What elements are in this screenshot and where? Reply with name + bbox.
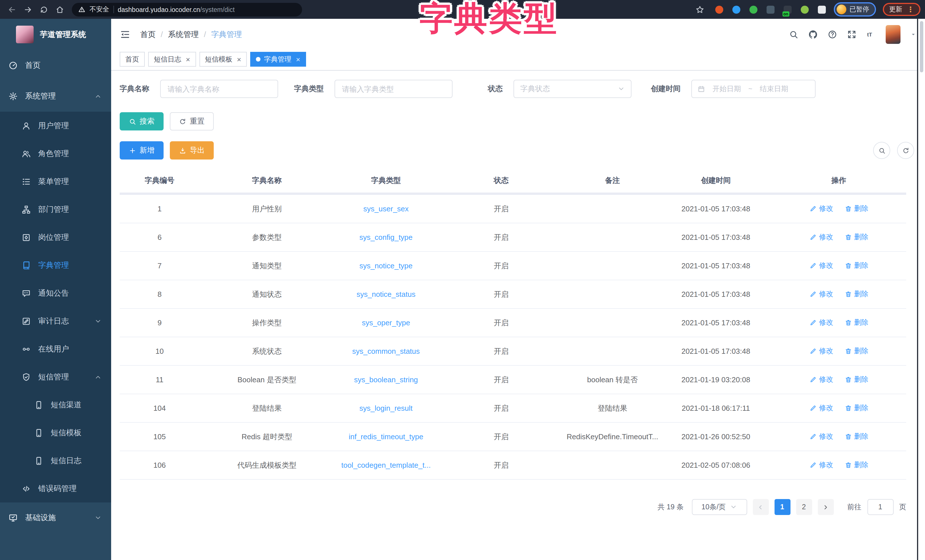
close-tab-icon[interactable]: ×: [296, 55, 300, 63]
puzzle-icon[interactable]: [818, 5, 826, 14]
edit-link[interactable]: 修改: [809, 204, 833, 213]
address-bar[interactable]: 不安全 dashboard.yudao.iocoder.cn/system/di…: [72, 3, 302, 16]
edit-link[interactable]: 修改: [809, 318, 833, 327]
page-tab[interactable]: 字典管理 ×: [250, 52, 306, 67]
end-date-input[interactable]: [756, 85, 792, 93]
next-page-button[interactable]: [818, 499, 833, 515]
edit-link[interactable]: 修改: [809, 289, 833, 299]
chrome-update-area[interactable]: 更新 ⋮: [883, 3, 920, 16]
breadcrumb-item[interactable]: 首页: [140, 29, 155, 39]
edit-link[interactable]: 修改: [809, 403, 833, 413]
page-number-button[interactable]: 1: [774, 499, 790, 515]
page-number-button[interactable]: 2: [796, 499, 812, 515]
sidebar-item[interactable]: 字典管理: [0, 251, 111, 279]
help-icon[interactable]: [827, 30, 837, 39]
breadcrumb-item[interactable]: /: [204, 30, 206, 39]
paused-extension-chip[interactable]: 已暂停: [833, 2, 876, 17]
delete-link[interactable]: 删除: [844, 204, 868, 213]
edit-link[interactable]: 修改: [809, 432, 833, 441]
delete-link[interactable]: 删除: [844, 432, 868, 441]
search-icon[interactable]: [789, 30, 798, 39]
user-avatar[interactable]: [886, 25, 901, 44]
dict-type-link[interactable]: sys_notice_status: [334, 280, 438, 309]
add-button[interactable]: 新增: [120, 141, 164, 160]
edit-link[interactable]: 修改: [809, 346, 833, 356]
dict-type-link[interactable]: sys_user_sex: [334, 194, 438, 223]
sidebar-item[interactable]: 短信管理: [0, 363, 111, 391]
breadcrumb-item[interactable]: 字典管理: [211, 29, 242, 39]
export-button[interactable]: 导出: [170, 141, 214, 160]
page-tab[interactable]: 首页: [120, 52, 145, 67]
hamburger-icon[interactable]: [120, 29, 131, 40]
dict-type-link[interactable]: sys_login_result: [334, 394, 438, 422]
reload-icon[interactable]: [36, 2, 51, 17]
dict-type-link[interactable]: sys_config_type: [334, 223, 438, 251]
gray-ext-icon[interactable]: [766, 5, 774, 14]
kebab-menu-icon[interactable]: ⋮: [907, 6, 914, 13]
close-tab-icon[interactable]: ×: [237, 55, 241, 63]
dict-name-input[interactable]: [160, 80, 278, 98]
sidebar-item[interactable]: 基础设施: [0, 503, 111, 533]
sidebar-item[interactable]: 用户管理: [0, 111, 111, 140]
close-tab-icon[interactable]: ×: [186, 55, 190, 63]
start-date-input[interactable]: [708, 85, 745, 93]
breadcrumb-item[interactable]: 系统管理: [168, 29, 199, 39]
sidebar-item[interactable]: 通知公告: [0, 279, 111, 307]
page-tab[interactable]: 短信日志 ×: [148, 52, 196, 67]
github-icon[interactable]: [808, 30, 818, 39]
delete-link[interactable]: 删除: [844, 375, 868, 384]
back-icon[interactable]: [5, 2, 20, 17]
bookmark-star-icon[interactable]: [692, 2, 707, 17]
sidebar-item[interactable]: 短信日志: [0, 447, 111, 474]
goto-page-input[interactable]: [867, 499, 893, 515]
edit-link[interactable]: 修改: [809, 260, 833, 270]
reset-button[interactable]: 重置: [170, 112, 214, 131]
edit-link[interactable]: 修改: [809, 375, 833, 384]
sidebar-logo-row[interactable]: 芋道管理系统: [0, 19, 111, 50]
prev-page-button[interactable]: [753, 499, 768, 515]
sidebar-item[interactable]: 岗位管理: [0, 223, 111, 251]
sidebar-item[interactable]: 系统管理: [0, 81, 111, 111]
dict-type-link[interactable]: inf_redis_timeout_type: [334, 422, 438, 451]
scrollbar-thumb[interactable]: [920, 21, 923, 72]
dict-type-link[interactable]: sys_common_status: [334, 337, 438, 366]
sidebar-item[interactable]: 在线用户: [0, 335, 111, 363]
delete-link[interactable]: 删除: [844, 318, 868, 327]
sidebar-item[interactable]: 部门管理: [0, 196, 111, 223]
delete-link[interactable]: 删除: [844, 346, 868, 356]
dict-type-link[interactable]: sys_oper_type: [334, 309, 438, 337]
green-bot-icon[interactable]: [800, 5, 809, 14]
update-button[interactable]: 更新: [889, 5, 902, 14]
sidebar-item[interactable]: 审计日志: [0, 307, 111, 335]
caret-down-icon[interactable]: [910, 31, 916, 38]
create-time-range-picker[interactable]: ~: [691, 80, 816, 98]
sidebar-item[interactable]: 短信模板: [0, 419, 111, 447]
dict-type-link[interactable]: tool_codegen_template_t...: [334, 451, 438, 479]
dict-type-link[interactable]: sys_boolean_string: [334, 366, 438, 394]
home-icon[interactable]: [53, 2, 67, 17]
sidebar-item[interactable]: 错误码管理: [0, 474, 111, 503]
sidebar-item[interactable]: 首页: [0, 50, 111, 81]
search-button[interactable]: 搜索: [120, 112, 164, 131]
delete-link[interactable]: 删除: [844, 232, 868, 242]
page-size-select[interactable]: 10条/页: [691, 499, 747, 515]
dict-status-select[interactable]: 字典状态: [514, 80, 631, 98]
page-tab[interactable]: 短信模板 ×: [199, 52, 247, 67]
sidebar-item[interactable]: 菜单管理: [0, 167, 111, 196]
sidebar-item[interactable]: 短信渠道: [0, 391, 111, 419]
delete-link[interactable]: 删除: [844, 289, 868, 299]
delete-link[interactable]: 删除: [844, 403, 868, 413]
breadcrumb-item[interactable]: /: [161, 30, 163, 39]
sidebar-item[interactable]: 角色管理: [0, 140, 111, 167]
green-circle-icon[interactable]: [749, 5, 757, 14]
edit-link[interactable]: 修改: [809, 460, 833, 470]
delete-link[interactable]: 删除: [844, 460, 868, 470]
blue-gem-icon[interactable]: [732, 5, 740, 14]
font-size-icon[interactable]: [866, 30, 876, 39]
edit-link[interactable]: 修改: [809, 232, 833, 242]
dict-type-link[interactable]: sys_notice_type: [334, 251, 438, 280]
forward-icon[interactable]: [21, 2, 35, 17]
fullscreen-icon[interactable]: [847, 30, 857, 39]
refresh-table-button[interactable]: [897, 142, 914, 159]
to-search-button[interactable]: [873, 142, 890, 159]
